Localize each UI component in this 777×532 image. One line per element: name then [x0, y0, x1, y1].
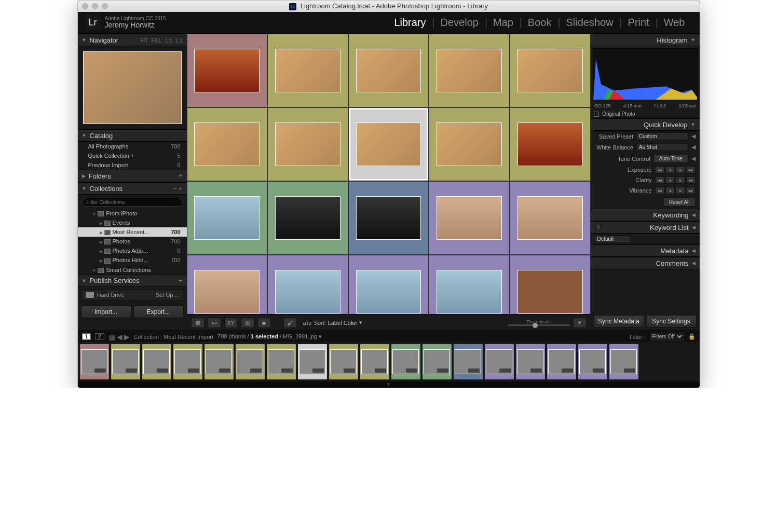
- nav-zoom-1:2[interactable]: 1:2: [175, 38, 183, 44]
- remove-collection-icon[interactable]: −: [173, 185, 176, 192]
- filmstrip-cell[interactable]: [516, 344, 545, 379]
- disclosure-triangle-icon[interactable]: ▶: [82, 173, 86, 179]
- navigator-zoom-options[interactable]: FITFILL1:11:2: [138, 36, 183, 44]
- grid-cell[interactable]: [429, 181, 510, 255]
- reset-all-button[interactable]: Reset All: [663, 198, 695, 207]
- identity-plate[interactable]: Lr Adobe Lightroom CC 2015 Jeremy Horwit…: [85, 15, 166, 31]
- disclosure-triangle-icon[interactable]: ▼: [691, 37, 696, 43]
- toolbar-options-button[interactable]: ▾: [573, 318, 587, 328]
- filmstrip-cell[interactable]: [80, 344, 109, 379]
- grid-cell[interactable]: [348, 255, 429, 314]
- auto-tone-button[interactable]: Auto Tone: [653, 154, 688, 163]
- export-button[interactable]: Export...: [133, 306, 184, 318]
- screen-1-button[interactable]: 1: [82, 333, 91, 340]
- module-map[interactable]: Map: [486, 17, 521, 29]
- filmstrip-cell[interactable]: [485, 344, 514, 379]
- thumbnail-size-slider[interactable]: Thumbnails: [508, 319, 570, 326]
- quick-develop-header[interactable]: Quick Develop ▼: [591, 118, 700, 131]
- saved-preset-select[interactable]: Custom: [636, 132, 688, 140]
- filmstrip-cell[interactable]: [329, 344, 358, 379]
- catalog-item[interactable]: All Photographs700: [78, 142, 187, 151]
- checkbox-icon[interactable]: [594, 112, 599, 117]
- step-up[interactable]: ▸: [676, 187, 685, 194]
- disclosure-triangle-icon[interactable]: ▼: [82, 37, 87, 43]
- disclosure-triangle-icon[interactable]: ▼: [82, 186, 87, 191]
- sync-settings-button[interactable]: Sync Settings: [646, 315, 697, 328]
- grid-icon[interactable]: ▦: [108, 333, 115, 341]
- filmstrip-cell[interactable]: [205, 344, 234, 379]
- grid-cell[interactable]: [429, 107, 510, 181]
- catalog-panel-header[interactable]: ▼ Catalog: [78, 129, 187, 142]
- grid-cell[interactable]: [267, 255, 348, 314]
- metadata-preset-select[interactable]: Default: [595, 235, 631, 243]
- disclosure-triangle-icon[interactable]: ◀: [692, 225, 696, 230]
- disclosure-triangle-icon[interactable]: ▼: [691, 122, 696, 127]
- filmstrip-cell[interactable]: [547, 344, 576, 379]
- module-library[interactable]: Library: [387, 17, 433, 29]
- collection-item[interactable]: ▶Events: [78, 218, 187, 227]
- filmstrip[interactable]: [78, 342, 700, 381]
- filmstrip-cell[interactable]: [578, 344, 607, 379]
- disclosure-triangle-icon[interactable]: ▼: [82, 133, 87, 138]
- step-down[interactable]: ◂: [665, 176, 675, 184]
- filmstrip-cell[interactable]: [360, 344, 389, 379]
- publish-setup-link[interactable]: Set Up…: [156, 292, 179, 298]
- filmstrip-handle[interactable]: ▼: [78, 381, 700, 388]
- step-big-up[interactable]: ▸▸: [686, 187, 696, 194]
- grid-cell[interactable]: [510, 255, 591, 314]
- filmstrip-cell[interactable]: [142, 344, 171, 379]
- panel-switch-icon[interactable]: ◀: [691, 155, 696, 162]
- grid-cell[interactable]: [348, 34, 429, 107]
- navigator-preview[interactable]: [78, 46, 187, 129]
- step-big-up[interactable]: ▸▸: [686, 166, 696, 173]
- grid-cell[interactable]: [510, 181, 591, 255]
- disclosure-triangle-icon[interactable]: ◀: [692, 248, 696, 253]
- step-up[interactable]: ▸: [676, 176, 685, 184]
- catalog-item[interactable]: Previous Import0: [78, 160, 187, 170]
- filter-lock-icon[interactable]: 🔒: [688, 333, 696, 340]
- collection-folder[interactable]: ▼Smart Collections: [78, 265, 187, 275]
- collections-panel-header[interactable]: ▼ Collections − +: [78, 182, 187, 195]
- publish-hard-drive[interactable]: Hard Drive Set Up…: [81, 289, 184, 301]
- titlebar[interactable]: Lr Lightroom Catalog.lrcat - Adobe Photo…: [78, 1, 700, 12]
- sync-metadata-button[interactable]: Sync Metadata: [594, 315, 644, 328]
- module-slideshow[interactable]: Slideshow: [558, 17, 620, 29]
- filter-collections-input[interactable]: [82, 198, 183, 207]
- grid-cell[interactable]: [187, 255, 268, 314]
- step-big-up[interactable]: ▸▸: [686, 176, 696, 184]
- source-label[interactable]: Collection : Most Recent Import: [134, 334, 213, 340]
- sort-direction-icon[interactable]: a↕z: [303, 320, 312, 326]
- grid-cell[interactable]: [429, 34, 510, 107]
- histogram-panel-header[interactable]: Histogram ▼: [591, 34, 700, 46]
- nav-zoom-1:1[interactable]: 1:1: [165, 38, 172, 44]
- add-folder-icon[interactable]: +: [179, 172, 182, 180]
- sort-value[interactable]: Label Color: [328, 320, 357, 326]
- filmstrip-cell[interactable]: [609, 344, 638, 379]
- grid-cell[interactable]: [187, 181, 268, 255]
- keywording-header[interactable]: Keywording ◀: [591, 209, 700, 221]
- dropdown-icon[interactable]: ▾: [319, 333, 322, 339]
- painter-tool-button[interactable]: 🖌: [283, 318, 297, 328]
- module-print[interactable]: Print: [621, 17, 657, 29]
- collection-item[interactable]: ▶Photos Adju…0: [78, 246, 187, 255]
- filmstrip-cell[interactable]: [391, 344, 420, 379]
- module-develop[interactable]: Develop: [433, 17, 486, 29]
- filmstrip-cell[interactable]: [422, 344, 452, 379]
- grid-cell[interactable]: [510, 107, 591, 181]
- grid-cell[interactable]: [267, 107, 348, 181]
- panel-switch-icon[interactable]: ◀: [691, 133, 696, 140]
- filter-select[interactable]: Filters Off: [650, 333, 684, 340]
- collection-folder[interactable]: ▼From iPhoto: [78, 209, 187, 218]
- white-balance-select[interactable]: As Shot: [636, 143, 688, 151]
- original-photo-toggle[interactable]: Original Photo: [591, 110, 700, 118]
- survey-view-button[interactable]: ▥: [241, 318, 254, 328]
- step-big-down[interactable]: ◂◂: [655, 176, 664, 184]
- nav-zoom-FIT[interactable]: FIT: [141, 38, 148, 44]
- grid-view-button[interactable]: ▦: [191, 318, 205, 328]
- comments-header[interactable]: Comments ◀: [591, 257, 700, 269]
- step-big-down[interactable]: ◂◂: [655, 166, 664, 173]
- catalog-item[interactable]: Quick Collection +5: [78, 151, 187, 160]
- metadata-header[interactable]: Metadata ◀: [591, 244, 700, 257]
- step-up[interactable]: ▸: [676, 166, 685, 173]
- filmstrip-cell[interactable]: [173, 344, 202, 379]
